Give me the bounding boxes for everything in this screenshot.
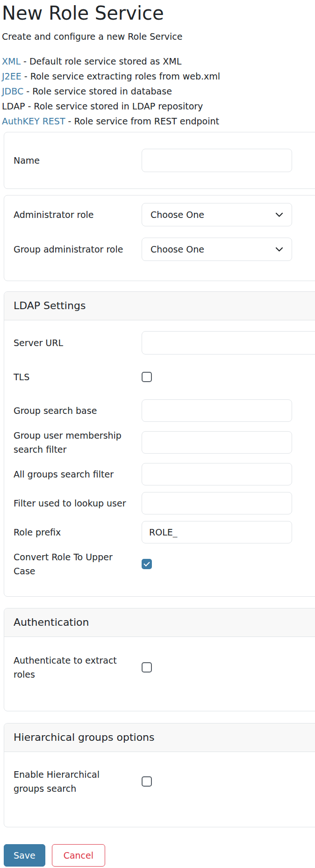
save-button[interactable]: Save bbox=[4, 844, 45, 867]
tls-label: TLS bbox=[14, 370, 142, 384]
group-search-base-input[interactable] bbox=[142, 399, 292, 422]
server-url-input[interactable] bbox=[142, 331, 315, 354]
service-type-item-xml: XML - Default role service stored as XML bbox=[2, 54, 315, 69]
service-type-link-jdbc[interactable]: JDBC bbox=[2, 86, 23, 96]
group-membership-filter-input[interactable] bbox=[142, 431, 292, 454]
convert-role-upper-row: Convert Role To Upper Case bbox=[4, 547, 315, 581]
new-role-service-page: New Role Service Create and configure a … bbox=[0, 0, 315, 868]
authenticate-extract-roles-label: Authenticate to extract roles bbox=[14, 653, 142, 681]
all-groups-filter-label: All groups search filter bbox=[14, 467, 142, 481]
service-type-desc-ldap: - Role service stored in LDAP repository bbox=[25, 101, 203, 111]
administrator-role-selected-value: Choose One bbox=[150, 210, 204, 220]
hierarchical-groups-panel: Hierarchical groups options Enable Hiera… bbox=[4, 723, 315, 827]
page-header: New Role Service Create and configure a … bbox=[0, 0, 315, 129]
authenticate-extract-roles-row: Authenticate to extract roles bbox=[4, 650, 315, 685]
administrator-role-row: Administrator role Choose One bbox=[4, 197, 315, 232]
administrator-role-label: Administrator role bbox=[14, 208, 142, 222]
name-label: Name bbox=[14, 153, 142, 167]
group-administrator-role-select[interactable]: Choose One bbox=[142, 238, 292, 261]
group-administrator-role-row: Group administrator role Choose One bbox=[4, 232, 315, 267]
cancel-button[interactable]: Cancel bbox=[52, 844, 105, 867]
chevron-down-icon bbox=[275, 212, 283, 217]
all-groups-filter-row: All groups search filter bbox=[4, 460, 315, 489]
page-subtitle: Create and configure a new Role Service bbox=[2, 29, 315, 44]
service-type-list: XML - Default role service stored as XML… bbox=[2, 54, 315, 129]
service-type-link-xml[interactable]: XML bbox=[2, 56, 21, 66]
server-url-label: Server URL bbox=[14, 336, 142, 350]
service-type-item-authkey-rest: AuthKEY REST - Role service from REST en… bbox=[2, 114, 315, 129]
authenticate-extract-roles-checkbox[interactable] bbox=[142, 662, 152, 673]
name-row: Name bbox=[4, 145, 315, 175]
service-type-desc-jdbc: - Role service stored in database bbox=[23, 86, 172, 96]
group-membership-filter-row: Group user membership search filter bbox=[4, 425, 315, 460]
all-groups-filter-input[interactable] bbox=[142, 463, 292, 485]
convert-role-upper-checkbox[interactable] bbox=[142, 559, 152, 569]
service-type-desc-j2ee: - Role service extracting roles from web… bbox=[21, 71, 220, 81]
administrator-role-select[interactable]: Choose One bbox=[142, 203, 292, 226]
group-membership-filter-label: Group user membership search filter bbox=[14, 428, 142, 456]
form-actions: Save Cancel bbox=[4, 844, 315, 867]
role-prefix-label: Role prefix bbox=[14, 525, 142, 539]
role-prefix-row: Role prefix bbox=[4, 518, 315, 547]
service-type-link-j2ee[interactable]: J2EE bbox=[2, 71, 21, 81]
service-type-item-ldap: LDAP - Role service stored in LDAP repos… bbox=[2, 99, 315, 114]
server-url-row: Server URL bbox=[4, 328, 315, 358]
group-search-base-row: Group search base bbox=[4, 396, 315, 425]
enable-hierarchical-groups-checkbox[interactable] bbox=[142, 776, 152, 787]
group-search-base-label: Group search base bbox=[14, 404, 142, 418]
ldap-settings-header: LDAP Settings bbox=[4, 292, 315, 320]
service-type-item-jdbc: JDBC - Role service stored in database bbox=[2, 84, 315, 99]
group-administrator-role-label: Group administrator role bbox=[14, 242, 142, 256]
enable-hierarchical-groups-row: Enable Hierarchical groups search bbox=[4, 764, 315, 799]
roles-panel: Administrator role Choose One Group admi… bbox=[4, 195, 315, 281]
tls-row: TLS bbox=[4, 358, 315, 396]
service-type-desc-authkey-rest: - Role service from REST endpoint bbox=[65, 116, 219, 126]
enable-hierarchical-groups-label: Enable Hierarchical groups search bbox=[14, 767, 142, 796]
service-type-label-ldap: LDAP bbox=[2, 101, 25, 111]
lookup-user-filter-label: Filter used to lookup user bbox=[14, 496, 142, 510]
page-title: New Role Service bbox=[2, 2, 315, 24]
convert-role-upper-label: Convert Role To Upper Case bbox=[14, 550, 142, 578]
group-administrator-role-selected-value: Choose One bbox=[150, 244, 204, 254]
tls-checkbox[interactable] bbox=[142, 372, 152, 382]
name-panel: Name bbox=[4, 132, 315, 189]
lookup-user-filter-row: Filter used to lookup user bbox=[4, 489, 315, 518]
role-prefix-input[interactable] bbox=[142, 521, 292, 543]
service-type-desc-xml: - Default role service stored as XML bbox=[21, 56, 181, 66]
name-input[interactable] bbox=[142, 149, 292, 172]
hierarchical-groups-header: Hierarchical groups options bbox=[4, 723, 315, 752]
chevron-down-icon bbox=[275, 247, 283, 252]
service-type-link-authkey-rest[interactable]: AuthKEY REST bbox=[2, 116, 65, 126]
authentication-panel: Authentication Authenticate to extract r… bbox=[4, 608, 315, 711]
authentication-header: Authentication bbox=[4, 608, 315, 637]
ldap-settings-panel: LDAP Settings Server URL TLS Group searc… bbox=[4, 291, 315, 597]
lookup-user-filter-input[interactable] bbox=[142, 492, 292, 514]
service-type-item-j2ee: J2EE - Role service extracting roles fro… bbox=[2, 69, 315, 84]
